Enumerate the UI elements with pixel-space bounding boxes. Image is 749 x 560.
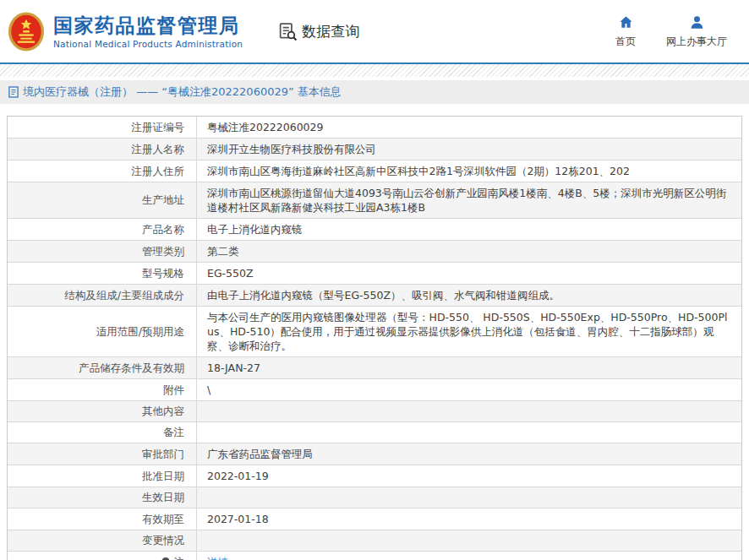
table-row: 附件\	[8, 379, 741, 401]
row-value	[197, 530, 741, 551]
user-icon	[689, 14, 705, 30]
row-value-text: 广东省药品监督管理局	[207, 447, 313, 461]
agency-name-zh: 国家药品监督管理局	[53, 14, 243, 36]
table-row: 生产地址深圳市南山区桃源街道留仙大道4093号南山云谷创新产业园南风楼1楼南、4…	[8, 182, 741, 219]
row-label-text: 生效日期	[142, 491, 184, 504]
table-row: 结构及组成/主要组成成分由电子上消化道内窥镜（型号EG-550Z）、吸引阀、水气…	[8, 285, 741, 307]
row-label-text: 注	[174, 556, 185, 560]
row-value: 与本公司生产的医用内窥镜图像处理器（型号：HD-550、 HD-550S、HD-…	[197, 307, 741, 356]
row-label-text: 结构及组成/主要组成成分	[64, 289, 184, 302]
row-value: \	[197, 379, 741, 400]
row-label: 适用范围/预期用途	[8, 307, 197, 356]
row-label: 生产地址	[8, 182, 197, 218]
header: 国家药品监督管理局 National Medical Products Admi…	[0, 0, 749, 63]
row-value: 2022-01-19	[197, 465, 741, 487]
row-value-text: 电子上消化道内窥镜	[207, 222, 303, 237]
table-row: 有效期至2027-01-18	[8, 508, 741, 530]
row-label: 附件	[8, 379, 197, 400]
table-row: 型号规格EG-550Z	[8, 263, 741, 285]
row-value-text: \	[207, 383, 210, 397]
row-label: 备注	[8, 422, 197, 443]
row-label-text: 产品名称	[142, 223, 184, 237]
row-label: 批准日期	[8, 465, 197, 487]
table-row: 变更情况	[8, 530, 741, 552]
nav-item-label: 网上办事大厅	[666, 35, 727, 49]
row-label: 有效期至	[8, 508, 197, 530]
row-value: 深圳市南山区粤海街道麻岭社区高新中区科技中2路1号深圳软件园（2期）12栋201…	[197, 160, 741, 182]
row-label: 审批部门	[8, 443, 197, 465]
row-label-text: 附件	[163, 383, 184, 397]
row-label-text: 批准日期	[142, 470, 184, 483]
row-value-text: EG-550Z	[207, 266, 254, 280]
nav-item-service-hall[interactable]: 网上办事大厅	[666, 14, 727, 49]
row-label: 产品储存条件及有效期	[8, 357, 197, 378]
data-query-section[interactable]: 数据查询	[278, 22, 359, 41]
row-value	[197, 422, 741, 443]
table-row: 生效日期	[8, 487, 741, 508]
table-row: 注册人住所深圳市南山区粤海街道麻岭社区高新中区科技中2路1号深圳软件园（2期）1…	[8, 160, 741, 182]
table-row: 产品名称电子上消化道内窥镜	[8, 219, 741, 241]
row-label: 其他内容	[8, 401, 197, 421]
row-value-text: 第二类	[207, 244, 239, 258]
row-value: EG-550Z	[197, 263, 741, 284]
row-value: 电子上消化道内窥镜	[197, 219, 741, 240]
row-value-text: 由电子上消化道内窥镜（型号EG-550Z）、吸引阀、水气阀和钳道阀组成。	[207, 288, 560, 302]
document-icon	[8, 86, 19, 98]
row-label-text: 其他内容	[142, 405, 184, 418]
data-query-icon	[278, 22, 298, 41]
row-value-text: 18-JAN-27	[207, 361, 260, 375]
agency-name-en: National Medical Products Administration	[53, 39, 243, 49]
home-icon	[618, 14, 634, 30]
row-label-text: 有效期至	[142, 513, 184, 526]
row-value-text: 深圳市南山区桃源街道留仙大道4093号南山云谷创新产业园南风楼1楼南、4楼B、5…	[207, 186, 729, 215]
row-value	[197, 487, 741, 508]
row-value: 深圳市南山区桃源街道留仙大道4093号南山云谷创新产业园南风楼1楼南、4楼B、5…	[197, 182, 741, 218]
row-label-text: 管理类别	[142, 245, 184, 258]
row-value-text: 深圳开立生物医疗科技股份有限公司	[207, 142, 376, 156]
row-value: 粤械注准20222060029	[197, 117, 741, 138]
row-label-text: 注册人住所	[132, 165, 185, 178]
details-link[interactable]: 详情	[207, 555, 228, 560]
breadcrumb-text: 境内医疗器械（注册） —— “粤械注准20222060029” 基本信息	[23, 84, 342, 100]
breadcrumb: 境内医疗器械（注册） —— “粤械注准20222060029” 基本信息	[0, 80, 749, 104]
nav-item-home[interactable]: 首页	[615, 14, 636, 49]
row-value: 18-JAN-27	[197, 357, 741, 378]
table-row: 注册证编号粤械注准20222060029	[8, 117, 741, 139]
row-value: 2027-01-18	[197, 508, 741, 530]
row-label: 注	[8, 552, 197, 560]
row-label: 注册人名称	[8, 139, 197, 160]
data-query-label: 数据查询	[302, 22, 359, 41]
table-row: 备注	[8, 422, 741, 443]
note-icon	[161, 557, 171, 560]
row-value-text: 与本公司生产的医用内窥镜图像处理器（型号：HD-550、 HD-550S、HD-…	[207, 310, 729, 353]
row-value: 第二类	[197, 241, 741, 262]
table-row: 注详情	[8, 552, 741, 560]
page: 国家药品监督管理局 National Medical Products Admi…	[0, 0, 749, 560]
row-value: 详情	[197, 552, 741, 560]
agency-logo-block: 国家药品监督管理局 National Medical Products Admi…	[7, 9, 243, 54]
row-label-text: 型号规格	[142, 267, 184, 280]
row-label-text: 注册人名称	[132, 143, 185, 156]
agency-titles: 国家药品监督管理局 National Medical Products Admi…	[53, 14, 243, 49]
row-value-text: 粤械注准20222060029	[207, 120, 323, 134]
row-value: 深圳开立生物医疗科技股份有限公司	[197, 139, 741, 160]
row-label-text: 审批部门	[142, 448, 184, 461]
row-label: 结构及组成/主要组成成分	[8, 285, 197, 306]
row-label-text: 产品储存条件及有效期	[79, 362, 184, 375]
row-value-text: 2022-01-19	[207, 469, 269, 483]
table-row: 审批部门广东省药品监督管理局	[8, 443, 741, 465]
row-label-text: 适用范围/预期用途	[96, 325, 184, 339]
row-label-text: 备注	[163, 426, 184, 439]
table-row: 批准日期2022-01-19	[8, 465, 741, 487]
table-row: 适用范围/预期用途与本公司生产的医用内窥镜图像处理器（型号：HD-550、 HD…	[8, 307, 741, 357]
header-nav: 首页 网上办事大厅	[615, 14, 727, 49]
nav-item-label: 首页	[615, 35, 636, 49]
row-value: 由电子上消化道内窥镜（型号EG-550Z）、吸引阀、水气阀和钳道阀组成。	[197, 285, 741, 306]
hatch-band	[0, 64, 749, 77]
row-label-text: 注册证编号	[132, 121, 185, 134]
row-label-text: 生产地址	[142, 193, 184, 207]
row-value-text: 深圳市南山区粤海街道麻岭社区高新中区科技中2路1号深圳软件园（2期）12栋201…	[207, 164, 630, 178]
row-label: 注册人住所	[8, 160, 197, 182]
table-row: 产品储存条件及有效期18-JAN-27	[8, 357, 741, 379]
row-label: 型号规格	[8, 263, 197, 284]
